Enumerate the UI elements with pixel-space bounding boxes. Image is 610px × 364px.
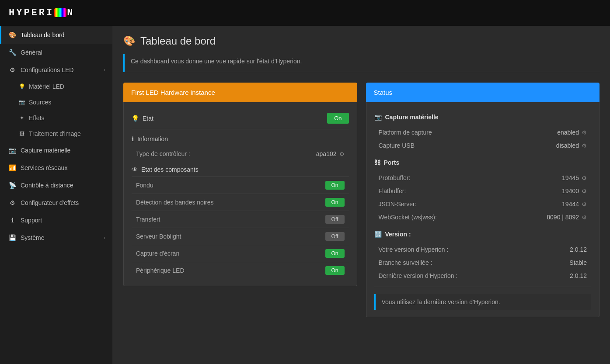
sidebar-item-label: Général [21, 49, 105, 56]
component-toggle-boblight[interactable]: Off [325, 232, 345, 241]
network-icon: 📶 [8, 164, 16, 171]
effects-icon: ✦ [18, 115, 25, 121]
platform-gear-icon[interactable]: ⚙ [582, 129, 587, 136]
controller-gear-icon[interactable]: ⚙ [339, 151, 345, 157]
websocket-text: 8090 | 8092 [547, 214, 579, 221]
sidebar-item-sources[interactable]: 📷 Sources [0, 94, 112, 110]
config-icon: ⚙ [8, 199, 16, 206]
sidebar: 🎨 Tableau de bord 🔧 Général ⚙ Configurat… [0, 26, 113, 364]
platform-capture-text: enabled [557, 129, 579, 136]
protobuffer-row: Protobuffer: 19445 ⚙ [374, 171, 592, 184]
right-panel: Status 📷 Capture matérielle Platform de … [366, 83, 600, 317]
remote-icon: 📡 [8, 182, 16, 189]
component-toggle-fondu[interactable]: On [325, 181, 345, 190]
version-icon: 🔢 [374, 231, 382, 238]
sidebar-item-capture-materielle[interactable]: 📷 Capture matérielle [0, 142, 112, 159]
version-section-title: 🔢 Version : [374, 231, 592, 238]
sidebar-item-systeme[interactable]: 💾 Système ‹ [0, 229, 112, 246]
ports-title-text: Ports [384, 159, 400, 166]
flat-gear-icon[interactable]: ⚙ [582, 188, 587, 194]
sidebar-item-label: Configurateur d'effets [21, 199, 105, 206]
sidebar-item-support[interactable]: ℹ Support [0, 211, 112, 229]
sidebar-item-traitement-image[interactable]: 🖼 Traitement d'image [0, 126, 112, 142]
flatbuffer-text: 19400 [562, 187, 579, 194]
component-toggle-capture-ecran[interactable]: On [325, 249, 345, 258]
sidebar-item-label: Système [21, 234, 99, 241]
etat-text: Etat [143, 115, 153, 122]
logo-text-before: HYPERI [9, 7, 54, 18]
content-columns: First LED Hardware instance 💡 Etat On ℹ … [123, 83, 600, 317]
sidebar-item-general[interactable]: 🔧 Général [0, 44, 112, 61]
sidebar-item-materiel-led[interactable]: 💡 Matériel LED [0, 79, 112, 94]
json-gear-icon[interactable]: ⚙ [582, 201, 587, 208]
camera-icon: 📷 [18, 99, 25, 105]
component-row-transfert: Transfert Off [132, 211, 349, 228]
page-title-area: 🎨 Tableau de bord [123, 35, 600, 47]
sidebar-item-configurateur-effets[interactable]: ⚙ Configurateur d'effets [0, 194, 112, 211]
flatbuffer-label: Flatbuffer: [379, 187, 406, 194]
sidebar-item-label: Contrôle à distance [21, 182, 105, 189]
bulb-icon: 💡 [18, 83, 25, 90]
websocket-value: 8090 | 8092 ⚙ [547, 214, 587, 221]
component-label: Serveur Boblight [136, 233, 181, 240]
capture-usb-row: Capture USB disabled ⚙ [374, 139, 592, 152]
controller-value: apa102 ⚙ [316, 150, 345, 157]
ports-icon: ⛓ [374, 159, 380, 166]
system-icon: 💾 [8, 234, 16, 241]
sidebar-item-services-reseaux[interactable]: 📶 Services réseaux [0, 159, 112, 177]
chevron-left-icon: ‹ [104, 67, 105, 73]
component-row-peripherique-led: Périphérique LED On [132, 262, 349, 279]
gear-icon: ⚙ [8, 66, 16, 73]
sidebar-item-controle-distance[interactable]: 📡 Contrôle à distance [0, 177, 112, 194]
ws-gear-icon[interactable]: ⚙ [582, 214, 587, 221]
component-toggle-peripherique-led[interactable]: On [325, 266, 345, 275]
right-panel-header: Status [366, 83, 600, 102]
flatbuffer-value: 19400 ⚙ [562, 187, 587, 194]
component-toggle-detection[interactable]: On [325, 198, 345, 207]
main-layout: 🎨 Tableau de bord 🔧 Général ⚙ Configurat… [0, 26, 610, 364]
left-panel-body: 💡 Etat On ℹ Information Type de contrôle… [123, 102, 357, 286]
sidebar-item-label: Capture matérielle [21, 147, 105, 154]
information-section-title: ℹ Information [132, 135, 349, 142]
component-label: Transfert [136, 216, 160, 223]
sidebar-item-label: Tableau de bord [21, 31, 105, 38]
page-description: Ce dashboard vous donne une vue rapide s… [123, 54, 600, 72]
info-circle-icon: ℹ [132, 135, 134, 142]
app-header: HYPERIN [0, 0, 610, 26]
sidebar-item-tableau-de-bord[interactable]: 🎨 Tableau de bord [0, 26, 112, 44]
component-row-capture-ecran: Capture d'écran On [132, 245, 349, 262]
platform-capture-label: Platform de capture [379, 129, 432, 136]
platform-capture-row: Platform de capture enabled ⚙ [374, 126, 592, 139]
controller-label: Type de contrôleur : [136, 150, 190, 157]
component-label: Fondu [136, 182, 153, 189]
protobuffer-text: 19445 [562, 174, 579, 181]
etat-toggle-button[interactable]: On [327, 113, 349, 124]
page-title-icon: 🎨 [123, 35, 135, 47]
description-text: Ce dashboard vous donne une vue rapide s… [131, 58, 302, 65]
latest-version-text: 2.0.12 [570, 272, 587, 279]
status-divider [374, 287, 592, 287]
branch-value: Stable [569, 259, 587, 266]
app-logo: HYPERIN [9, 7, 74, 18]
websocket-row: WebSocket (ws|wss): 8090 | 8092 ⚙ [374, 211, 592, 224]
json-server-value: 19444 ⚙ [562, 201, 587, 208]
sidebar-item-label: Configurations LED [21, 66, 99, 73]
json-server-row: JSON-Server: 19444 ⚙ [374, 198, 592, 211]
composants-title: 👁 Etat des composants [132, 166, 349, 173]
etat-row: 💡 Etat On [132, 109, 349, 129]
component-toggle-transfert[interactable]: Off [325, 215, 345, 224]
protobuffer-label: Protobuffer: [379, 174, 411, 181]
sidebar-sub-item-label: Traitement d'image [29, 130, 81, 137]
info-message-box: Vous utilisez la dernière version d'Hype… [374, 294, 592, 310]
information-label: Information [137, 135, 168, 142]
capture-title-text: Capture matérielle [385, 114, 439, 121]
sidebar-item-configurations-led[interactable]: ⚙ Configurations LED ‹ [0, 61, 112, 79]
component-label: Périphérique LED [136, 267, 185, 274]
sidebar-item-effets[interactable]: ✦ Effets [0, 110, 112, 126]
dashboard-icon: 🎨 [8, 31, 16, 38]
proto-gear-icon[interactable]: ⚙ [582, 175, 587, 181]
logo-monitor-icon [54, 8, 66, 17]
websocket-label: WebSocket (ws|wss): [379, 214, 437, 221]
latest-version-value: 2.0.12 [570, 272, 587, 279]
usb-gear-icon[interactable]: ⚙ [582, 142, 587, 149]
